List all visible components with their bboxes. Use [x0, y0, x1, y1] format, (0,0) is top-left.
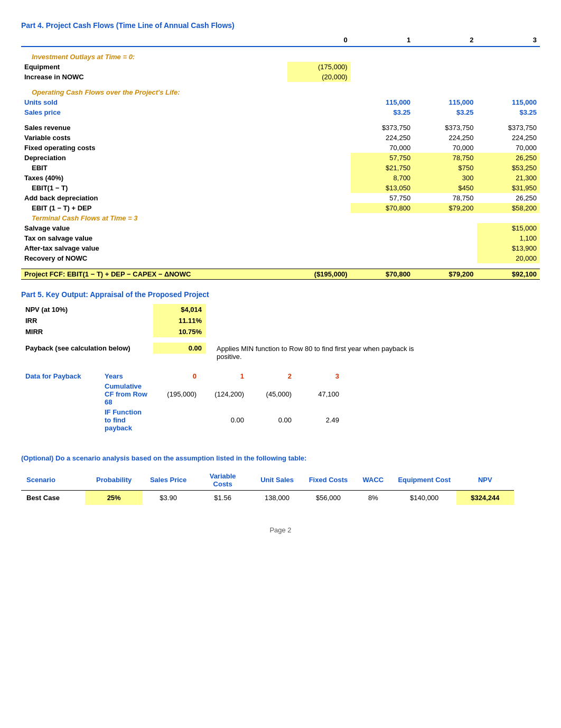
taxes-2: 300 [414, 173, 476, 183]
payback-kpi-table: Payback (see calculation below) 0.00 [21, 343, 206, 354]
mirr-value: 10.75% [153, 326, 206, 337]
cum-cf-row: Cumulative CF from Row 68 (195,000) (124… [21, 381, 343, 407]
spacer4 [21, 263, 540, 269]
spacer2 [21, 82, 540, 87]
salvage-label: Salvage value [21, 223, 287, 233]
npv-value: $4,014 [153, 304, 206, 315]
nowc-label: Increase in NOWC [21, 72, 287, 82]
ebit-label: EBIT [21, 163, 287, 173]
scenario-best-equip-cost: $140,000 [392, 490, 456, 505]
add-dep-3: 26,250 [477, 193, 540, 203]
nowc-recovery-3: 20,000 [477, 253, 540, 263]
mirr-row: MIRR 10.75% [21, 326, 206, 337]
cum-cf-label: Cumulative CF from Row 68 [100, 381, 153, 407]
cum-cf-3: 47,100 [296, 381, 343, 407]
scenario-best-name: Best Case [21, 490, 85, 505]
sales-rev-1: $373,750 [351, 123, 414, 133]
payback-data-table: Data for Payback Years 0 1 2 3 Cumulativ… [21, 371, 343, 433]
tax-salvage-row: Tax on salvage value 1,100 [21, 233, 540, 243]
optional-note: (Optional) Do a scenario analysis based … [21, 454, 540, 462]
ebit-t-3: $31,950 [477, 183, 540, 193]
part4-section: Part 4. Project Cash Flows (Time Line of… [21, 21, 540, 280]
price-label: Sales price [21, 107, 287, 117]
spacer3 [21, 117, 540, 123]
price-2: $3.25 [414, 107, 476, 117]
page-footer-text: Page 2 [269, 526, 291, 534]
scenario-best-fixed-costs: $56,000 [303, 490, 354, 505]
fixed-cost-3: 70,000 [477, 143, 540, 153]
th-unit-sales: Unit Sales [251, 470, 303, 491]
scenario-best-row: Best Case 25% $3.90 $1.56 138,000 $56,00… [21, 490, 514, 505]
ebit-t-row: EBIT(1 − T) $13,050 $450 $31,950 [21, 183, 540, 193]
cum-cf-0: (195,000) [153, 381, 201, 407]
payback-header-row: Data for Payback Years 0 1 2 3 [21, 371, 343, 381]
scenario-best-unit-sales: 138,000 [251, 490, 303, 505]
nowc-recovery-row: Recovery of NOWC 20,000 [21, 253, 540, 263]
header-col3: 3 [477, 35, 540, 47]
fixed-cost-row: Fixed operating costs 70,000 70,000 70,0… [21, 143, 540, 153]
units-label: Units sold [21, 97, 287, 107]
depr-2: 78,750 [414, 153, 476, 163]
taxes-row: Taxes (40%) 8,700 300 21,300 [21, 173, 540, 183]
part4-title: Part 4. Project Cash Flows (Time Line of… [21, 21, 540, 30]
add-dep-label: Add back depreciation [21, 193, 287, 203]
equipment-val: (175,000) [287, 62, 350, 72]
th-npv: NPV [456, 470, 514, 491]
irr-row: IRR 11.11% [21, 315, 206, 326]
price-row: Sales price $3.25 $3.25 $3.25 [21, 107, 540, 117]
taxes-3: 21,300 [477, 173, 540, 183]
if-fn-1: 0.00 [201, 407, 248, 433]
optional-section: (Optional) Do a scenario analysis based … [21, 454, 540, 505]
depr-1: 57,750 [351, 153, 414, 163]
ebit-dep-1: $70,800 [351, 203, 414, 213]
ebit-3: $53,250 [477, 163, 540, 173]
tax-salvage-label: Tax on salvage value [21, 233, 287, 243]
equipment-c1 [351, 62, 414, 72]
header-col0: 0 [287, 35, 350, 47]
ebit-dep-2: $79,200 [414, 203, 476, 213]
depr-label: Depreciation [21, 153, 287, 163]
pb-col3: 3 [296, 371, 343, 381]
terminal-title-row: Terminal Cash Flows at Time = 3 [21, 213, 540, 223]
th-wacc: WACC [354, 470, 392, 491]
sales-rev-label: Sales revenue [21, 123, 287, 133]
if-fn-0 [153, 407, 201, 433]
fixed-cost-label: Fixed operating costs [21, 143, 287, 153]
payback-note-text: Applies MIN function to Row 80 to find f… [217, 345, 414, 361]
operating-title-row: Operating Cash Flows over the Project's … [21, 87, 540, 97]
equipment-c3 [477, 62, 540, 72]
price-1: $3.25 [351, 107, 414, 117]
mirr-label: MIRR [21, 326, 153, 337]
scenario-best-probability: 25% [85, 490, 143, 505]
salvage-3: $15,000 [477, 223, 540, 233]
salvage-row: Salvage value $15,000 [21, 223, 540, 233]
scenario-best-npv: $324,244 [456, 490, 514, 505]
after-tax-3: $13,900 [477, 243, 540, 253]
th-sales-price: Sales Price [143, 470, 194, 491]
if-fn-3: 2.49 [296, 407, 343, 433]
terminal-title: Terminal Cash Flows at Time = 3 [21, 213, 287, 223]
units-row: Units sold 115,000 115,000 115,000 [21, 97, 540, 107]
payback-data-section: Data for Payback Years 0 1 2 3 Cumulativ… [21, 371, 540, 433]
payback-row: Payback (see calculation below) 0.00 [21, 343, 206, 354]
ebit-t-1: $13,050 [351, 183, 414, 193]
ebit-dep-3: $58,200 [477, 203, 540, 213]
if-fn-2: 0.00 [248, 407, 296, 433]
kpi-table: NPV (at 10%) $4,014 IRR 11.11% MIRR 10.7… [21, 304, 206, 337]
ebit-t-label: EBIT(1 − T) [21, 183, 287, 193]
scenario-table: Scenario Probability Sales Price Variabl… [21, 470, 514, 505]
scenario-header-row: Scenario Probability Sales Price Variabl… [21, 470, 514, 491]
nowc-row: Increase in NOWC (20,000) [21, 72, 540, 82]
fcf-label: Project FCF: EBIT(1 − T) + DEP − CAPEX −… [21, 269, 287, 279]
fixed-cost-2: 70,000 [414, 143, 476, 153]
investment-title: Investment Outlays at Time = 0: [21, 52, 287, 62]
equipment-c2 [414, 62, 476, 72]
scenario-best-price: $3.90 [143, 490, 194, 505]
ebit-2: $750 [414, 163, 476, 173]
irr-value: 11.11% [153, 315, 206, 326]
payback-note: Applies MIN function to Row 80 to find f… [217, 343, 438, 361]
part5-section: Part 5. Key Output: Appraisal of the Pro… [21, 290, 540, 433]
var-cost-label: Variable costs [21, 133, 287, 143]
th-equipment-cost: Equipment Cost [392, 470, 456, 491]
npv-label: NPV (at 10%) [21, 304, 153, 315]
